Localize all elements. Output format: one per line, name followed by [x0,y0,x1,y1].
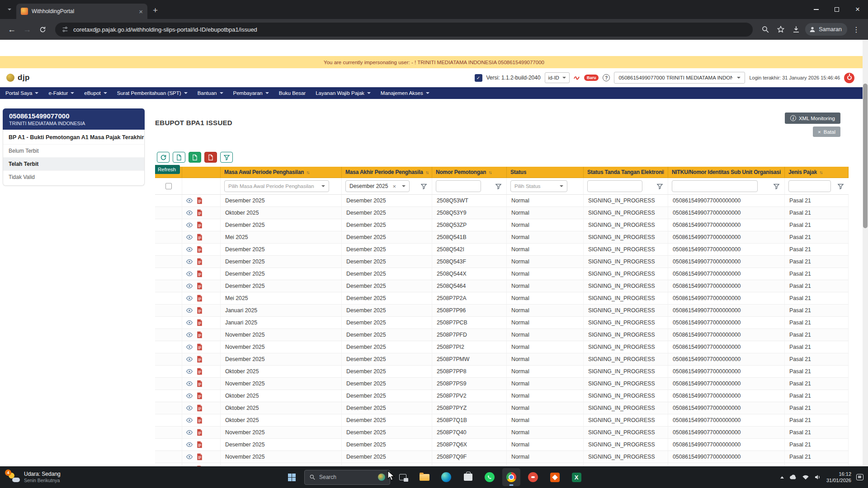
sidebar-item-tidak-valid[interactable]: Tidak Valid [3,170,144,183]
export-pdf-button[interactable] [204,152,217,163]
download-pdf-icon[interactable] [197,380,203,387]
nav-item-ebupot[interactable]: eBupot [84,90,107,96]
company-select[interactable]: 0508615499077000 TRINITI MEDIATAMA INDON… [614,72,745,84]
column-header-jenis[interactable]: Jenis Pajak↑↓ [785,167,849,178]
column-header-masa_awal[interactable]: Masa Awal Periode Penghasilan↑↓ [221,167,342,178]
filter-funnel-icon[interactable] [420,183,427,190]
wifi-icon[interactable] [802,474,809,480]
notification-center-icon[interactable] [856,474,863,480]
filter-button[interactable] [220,152,233,163]
view-eye-icon[interactable] [186,234,193,241]
chrome-button[interactable] [502,468,520,486]
view-eye-icon[interactable] [186,380,193,387]
view-eye-icon[interactable] [186,356,193,363]
nomor-pemotongan-filter-input[interactable] [436,180,481,192]
bookmark-star-icon[interactable] [774,23,787,36]
download-pdf-icon[interactable] [197,197,203,204]
sort-icon[interactable]: ↑↓ [425,170,428,175]
view-eye-icon[interactable] [186,417,193,424]
tab-close-icon[interactable]: × [139,8,143,15]
nav-item-pembayaran[interactable]: Pembayaran [233,90,269,96]
refresh-button[interactable] [157,152,170,163]
nav-item-layanan-wajib-pajak[interactable]: Layanan Wajib Pajak [316,90,371,96]
taskbar-search[interactable]: Search [304,470,390,485]
column-header-masa_akhir[interactable]: Masa Akhir Periode Penghasilan...↑↓ [342,167,432,178]
file-explorer-button[interactable] [415,468,434,486]
masa-akhir-filter-select[interactable]: Desember 2025 × [345,180,410,192]
export-doc-button[interactable] [173,152,185,163]
view-eye-icon[interactable] [186,368,193,375]
taskbar-weather-widget[interactable]: 4 Udara: Sedang Senin Berikutnya [4,466,64,488]
store-button[interactable] [459,468,477,486]
orange-app-button[interactable] [546,468,564,486]
view-eye-icon[interactable] [186,343,193,351]
download-pdf-icon[interactable] [197,319,203,326]
task-view-button[interactable] [394,468,412,486]
new-tab-button[interactable]: + [153,6,158,14]
nitku-filter-input[interactable] [672,180,758,192]
select-all-checkbox[interactable] [165,183,172,189]
view-eye-icon[interactable] [186,331,193,338]
download-pdf-icon[interactable] [197,404,203,412]
nav-item-portal-saya[interactable]: Portal Saya [5,90,38,96]
download-pdf-icon[interactable] [197,429,203,436]
filter-funnel-icon[interactable] [837,183,844,190]
view-eye-icon[interactable] [186,392,193,399]
download-pdf-icon[interactable] [197,356,203,363]
address-bar[interactable]: coretaxdjp.pajak.go.id/withholding-slips… [55,23,753,37]
view-eye-icon[interactable] [186,319,193,326]
nav-item-bantuan[interactable]: Bantuan [198,90,223,96]
masa-awal-filter-select[interactable]: Pilih Masa Awal Periode Penghasilan [224,180,329,192]
download-pdf-icon[interactable] [197,258,203,265]
download-pdf-icon[interactable] [197,343,203,351]
view-eye-icon[interactable] [186,258,193,265]
download-pdf-icon[interactable] [197,307,203,314]
view-eye-icon[interactable] [186,429,193,436]
view-eye-icon[interactable] [186,307,193,314]
sort-icon[interactable]: ↑↓ [488,170,491,175]
download-pdf-icon[interactable] [197,209,203,216]
view-eye-icon[interactable] [186,197,193,204]
sort-icon[interactable]: ↑↓ [819,170,822,175]
sidebar-item-belum-terbit[interactable]: Belum Terbit [3,144,144,157]
browser-menu-icon[interactable]: ⋮ [850,23,863,36]
download-pdf-icon[interactable] [197,295,203,302]
zoom-icon[interactable] [759,23,772,36]
view-eye-icon[interactable] [186,453,193,460]
download-pdf-icon[interactable] [197,368,203,375]
download-pdf-icon[interactable] [197,221,203,229]
column-header-nomor[interactable]: Nomor Pemotongan↑↓ [432,167,507,178]
tray-chevron-up-icon[interactable] [780,476,784,479]
view-eye-icon[interactable] [186,209,193,216]
column-header-status[interactable]: Status [507,167,584,178]
help-icon[interactable]: ? [603,74,610,81]
xml-monitoring-button[interactable]: i XML Monitoring [785,113,840,124]
page-scrollbar[interactable] [863,40,868,466]
sidebar-item-telah-terbit[interactable]: Telah Terbit [3,157,144,170]
nav-item-buku-besar[interactable]: Buku Besar [279,90,306,96]
view-eye-icon[interactable] [186,441,193,448]
status-filter-select[interactable]: Pilih Status [510,180,567,192]
download-pdf-icon[interactable] [197,270,203,277]
locale-select[interactable]: id-ID [545,72,570,83]
column-header-tte[interactable]: Status Tanda Tangan Elektronik... [584,167,668,178]
jenis-pajak-filter-input[interactable] [788,180,831,192]
filter-funnel-icon[interactable] [656,183,663,190]
logout-power-button[interactable] [844,73,854,83]
filter-funnel-icon[interactable] [773,183,780,190]
view-eye-icon[interactable] [186,282,193,290]
download-pdf-icon[interactable] [197,246,203,253]
view-eye-icon[interactable] [186,221,193,229]
view-eye-icon[interactable] [186,270,193,277]
excel-button[interactable]: X [567,468,585,486]
onedrive-cloud-icon[interactable] [789,474,797,480]
download-pdf-icon[interactable] [197,331,203,338]
forward-button[interactable]: → [21,23,33,36]
browser-tab[interactable]: WithholdingPortal × [16,4,147,19]
taskbar-clock[interactable]: 16:12 31/01/2026 [826,471,851,484]
window-close-button[interactable]: × [847,0,868,19]
download-pdf-icon[interactable] [197,392,203,399]
edge-button[interactable] [437,468,455,486]
export-excel-button[interactable] [189,152,201,163]
download-pdf-icon[interactable] [197,441,203,448]
